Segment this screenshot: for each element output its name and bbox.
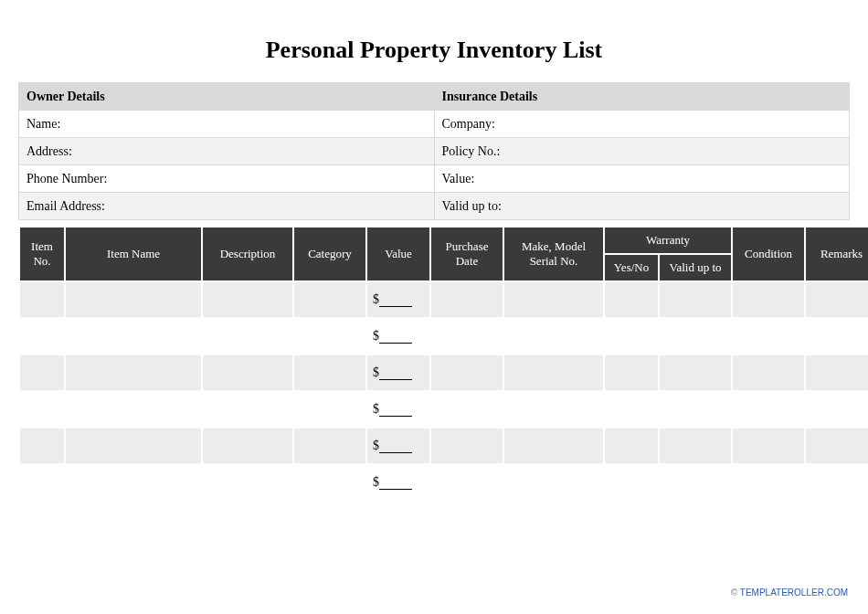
table-cell[interactable] bbox=[202, 391, 293, 428]
templateroller-link[interactable]: TEMPLATEROLLER.COM bbox=[740, 588, 848, 598]
header-purchase-date: Purchase Date bbox=[430, 227, 503, 281]
table-cell[interactable] bbox=[805, 428, 868, 464]
value-prefix: $ bbox=[373, 402, 379, 416]
table-cell[interactable] bbox=[430, 428, 503, 464]
table-cell[interactable] bbox=[604, 318, 659, 355]
value-blank-line[interactable] bbox=[379, 294, 412, 307]
table-cell[interactable] bbox=[293, 355, 366, 391]
table-cell[interactable] bbox=[202, 318, 293, 355]
table-cell[interactable] bbox=[19, 428, 65, 464]
table-cell[interactable]: $ bbox=[366, 391, 430, 428]
table-cell[interactable] bbox=[659, 355, 732, 391]
table-cell[interactable] bbox=[202, 355, 293, 391]
owner-address-label[interactable]: Address: bbox=[19, 138, 435, 165]
table-row: $ bbox=[19, 318, 868, 355]
insurance-details-header: Insurance Details bbox=[434, 83, 850, 111]
owner-name-label[interactable]: Name: bbox=[19, 111, 435, 138]
table-cell[interactable]: $ bbox=[366, 281, 430, 318]
table-cell[interactable] bbox=[732, 281, 805, 318]
table-cell[interactable] bbox=[805, 464, 868, 501]
table-cell[interactable] bbox=[19, 355, 65, 391]
table-cell[interactable] bbox=[732, 391, 805, 428]
insurance-policy-label[interactable]: Policy No.: bbox=[434, 138, 850, 165]
value-blank-line[interactable] bbox=[379, 440, 412, 453]
table-cell[interactable] bbox=[732, 318, 805, 355]
header-value: Value bbox=[366, 227, 430, 281]
table-cell[interactable] bbox=[659, 428, 732, 464]
table-cell[interactable]: $ bbox=[366, 428, 430, 464]
table-cell[interactable] bbox=[732, 428, 805, 464]
table-cell[interactable]: $ bbox=[366, 464, 430, 501]
header-description: Description bbox=[202, 227, 293, 281]
owner-details-header: Owner Details bbox=[19, 83, 435, 111]
table-cell[interactable] bbox=[805, 281, 868, 318]
value-prefix: $ bbox=[373, 475, 379, 489]
table-cell[interactable] bbox=[503, 281, 604, 318]
table-cell[interactable] bbox=[503, 464, 604, 501]
table-cell[interactable] bbox=[293, 391, 366, 428]
table-cell[interactable] bbox=[503, 428, 604, 464]
table-cell[interactable] bbox=[65, 281, 202, 318]
table-cell[interactable] bbox=[202, 281, 293, 318]
table-cell[interactable] bbox=[293, 281, 366, 318]
table-cell[interactable] bbox=[659, 318, 732, 355]
table-cell[interactable] bbox=[659, 391, 732, 428]
table-cell[interactable] bbox=[659, 281, 732, 318]
table-cell[interactable] bbox=[805, 318, 868, 355]
owner-phone-label[interactable]: Phone Number: bbox=[19, 165, 435, 193]
header-item-name: Item Name bbox=[65, 227, 202, 281]
table-cell[interactable] bbox=[65, 464, 202, 501]
table-cell[interactable] bbox=[604, 391, 659, 428]
table-row: $ bbox=[19, 428, 868, 464]
table-cell[interactable] bbox=[65, 355, 202, 391]
table-cell[interactable] bbox=[604, 464, 659, 501]
table-cell[interactable] bbox=[19, 318, 65, 355]
table-cell[interactable] bbox=[604, 428, 659, 464]
table-cell[interactable] bbox=[293, 428, 366, 464]
table-cell[interactable] bbox=[430, 391, 503, 428]
table-cell[interactable] bbox=[732, 464, 805, 501]
table-cell[interactable] bbox=[503, 355, 604, 391]
inventory-table: Item No. Item Name Description Category … bbox=[18, 226, 868, 502]
table-cell[interactable] bbox=[430, 318, 503, 355]
table-cell[interactable] bbox=[65, 391, 202, 428]
table-cell[interactable]: $ bbox=[366, 318, 430, 355]
table-cell[interactable] bbox=[293, 464, 366, 501]
insurance-company-label[interactable]: Company: bbox=[434, 111, 850, 138]
table-cell[interactable] bbox=[430, 464, 503, 501]
table-cell[interactable] bbox=[293, 318, 366, 355]
header-warranty: Warranty bbox=[604, 227, 732, 254]
table-cell[interactable] bbox=[19, 281, 65, 318]
table-cell[interactable] bbox=[604, 355, 659, 391]
table-cell[interactable] bbox=[503, 391, 604, 428]
table-cell[interactable] bbox=[732, 355, 805, 391]
header-warranty-yesno: Yes/No bbox=[604, 254, 659, 281]
table-cell[interactable] bbox=[805, 355, 868, 391]
header-remarks: Remarks bbox=[805, 227, 868, 281]
value-blank-line[interactable] bbox=[379, 404, 412, 417]
table-cell[interactable] bbox=[202, 464, 293, 501]
insurance-validupto-label[interactable]: Valid up to: bbox=[434, 193, 850, 220]
table-cell[interactable] bbox=[65, 318, 202, 355]
table-cell[interactable] bbox=[430, 281, 503, 318]
table-cell[interactable] bbox=[604, 281, 659, 318]
value-blank-line[interactable] bbox=[379, 331, 412, 344]
table-cell[interactable] bbox=[65, 428, 202, 464]
value-prefix: $ bbox=[373, 292, 379, 306]
table-cell[interactable] bbox=[503, 318, 604, 355]
table-cell[interactable]: $ bbox=[366, 355, 430, 391]
table-cell[interactable] bbox=[202, 428, 293, 464]
table-row: $ bbox=[19, 355, 868, 391]
owner-email-label[interactable]: Email Address: bbox=[19, 193, 435, 220]
value-blank-line[interactable] bbox=[379, 367, 412, 380]
value-blank-line[interactable] bbox=[379, 477, 412, 490]
inventory-tbody: $$$$$$ bbox=[19, 281, 868, 501]
table-cell[interactable] bbox=[659, 464, 732, 501]
table-cell[interactable] bbox=[19, 391, 65, 428]
insurance-value-label[interactable]: Value: bbox=[434, 165, 850, 193]
value-prefix: $ bbox=[373, 329, 379, 343]
table-cell[interactable] bbox=[805, 391, 868, 428]
table-row: $ bbox=[19, 281, 868, 318]
table-cell[interactable] bbox=[19, 464, 65, 501]
table-cell[interactable] bbox=[430, 355, 503, 391]
